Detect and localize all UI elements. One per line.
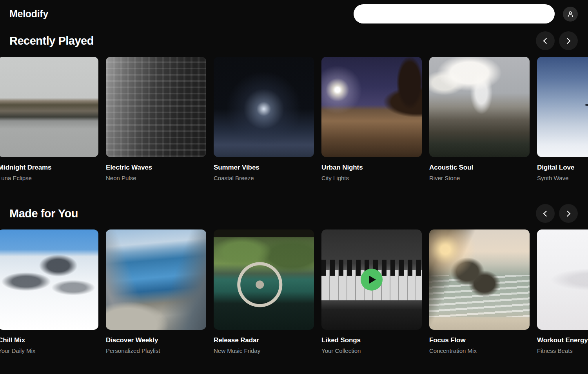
card-subtitle: City Lights [321,175,422,181]
playlist-card[interactable]: Digital LoveSynth Wave [537,57,588,181]
app-logo: Melodify [9,8,48,20]
album-art-snow-mountain[interactable] [0,229,98,330]
card-subtitle: Personalized Playlist [106,347,206,354]
play-overlay [321,229,422,330]
profile-button[interactable] [563,7,578,22]
main-content: Recently Played Midnight DreamsLuna Ecli… [0,31,588,354]
album-art-sky-bird[interactable] [537,57,588,157]
playlist-card[interactable]: Focus FlowConcentration Mix [429,229,530,354]
playlist-card[interactable]: Release RadarNew Music Friday [214,229,314,354]
album-art-desert-night[interactable] [321,57,422,157]
chevron-left-icon [543,38,550,44]
chevron-right-icon [564,38,571,44]
section-recently-played: Recently Played Midnight DreamsLuna Ecli… [0,31,588,181]
playlist-card[interactable]: Acoustic SoulRiver Stone [429,57,530,181]
card-title[interactable]: Workout Energy [537,336,588,344]
card-subtitle: Your Daily Mix [0,347,98,354]
album-art-foggy-mountain[interactable] [537,229,588,330]
carousel-controls [536,204,578,223]
album-art-night-couple[interactable] [214,57,314,157]
card-title[interactable]: Acoustic Soul [429,164,530,172]
card-row-made-for-you: Chill MixYour Daily MixDiscover WeeklyPe… [0,229,588,354]
playlist-card[interactable]: Liked SongsYour Collection [321,229,422,354]
user-icon [566,10,574,18]
card-subtitle: River Stone [429,175,530,181]
playlist-card[interactable]: Urban NightsCity Lights [321,57,422,181]
card-subtitle: Luna Eclipse [0,175,98,181]
search-input[interactable] [354,4,555,23]
card-subtitle: Coastal Breeze [214,175,314,181]
album-art-vintage-car[interactable] [214,229,314,330]
card-title[interactable]: Urban Nights [321,164,422,172]
section-header: Made for You [0,204,588,223]
carousel-next-button[interactable] [559,204,578,223]
chevron-left-icon [543,210,550,217]
card-subtitle: Neon Pulse [106,175,206,181]
card-title[interactable]: Digital Love [537,164,588,172]
album-art-city-building[interactable] [106,57,206,157]
play-button[interactable] [361,269,383,291]
section-title: Recently Played [9,34,94,47]
album-art-matterhorn[interactable] [429,57,530,157]
section-header: Recently Played [0,31,588,50]
card-row-recently-played: Midnight DreamsLuna EclipseElectric Wave… [0,57,588,181]
playlist-card[interactable]: Chill MixYour Daily Mix [0,229,98,354]
album-art-ocean-jetty[interactable] [0,57,98,157]
card-subtitle: Synth Wave [537,175,588,181]
album-art-coastal-rocks[interactable] [429,229,530,330]
carousel-prev-button[interactable] [536,31,555,50]
carousel-next-button[interactable] [559,31,578,50]
playlist-card[interactable]: Midnight DreamsLuna Eclipse [0,57,98,181]
card-title[interactable]: Midnight Dreams [0,164,98,172]
card-subtitle: Your Collection [321,347,422,354]
card-title[interactable]: Chill Mix [0,336,98,344]
playlist-card[interactable]: Discover WeeklyPersonalized Playlist [106,229,206,354]
album-art-piano-hands[interactable] [321,229,422,330]
carousel-controls [536,31,578,50]
chevron-right-icon [564,210,571,217]
album-art-fjord[interactable] [106,229,206,330]
card-title[interactable]: Summer Vibes [214,164,314,172]
card-subtitle: Fitness Beats [537,347,588,354]
card-subtitle: New Music Friday [214,347,314,354]
play-icon [369,276,376,284]
card-title[interactable]: Focus Flow [429,336,530,344]
app-header: Melodify [0,0,588,28]
card-title[interactable]: Release Radar [214,336,314,344]
card-title[interactable]: Discover Weekly [106,336,206,344]
playlist-card[interactable]: Workout EnergyFitness Beats [537,229,588,354]
playlist-card[interactable]: Electric WavesNeon Pulse [106,57,206,181]
card-title[interactable]: Electric Waves [106,164,206,172]
card-title[interactable]: Liked Songs [321,336,422,344]
carousel-prev-button[interactable] [536,204,555,223]
section-made-for-you: Made for You Chill MixYour Daily MixDisc… [0,204,588,354]
section-title: Made for You [9,207,78,220]
header-right [354,4,578,23]
playlist-card[interactable]: Summer VibesCoastal Breeze [214,57,314,181]
card-subtitle: Concentration Mix [429,347,530,354]
